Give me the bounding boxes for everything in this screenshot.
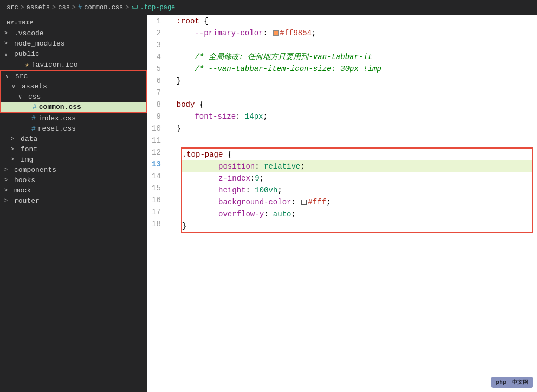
php-label: php <box>496 379 507 385</box>
code-line <box>177 39 537 51</box>
arrow-icon <box>11 146 18 152</box>
breadcrumb-assets[interactable]: assets <box>27 4 50 11</box>
code-line <box>177 87 537 99</box>
code-line: background-color: #fff; <box>182 196 532 208</box>
code-line: } <box>182 220 532 232</box>
sidebar-item-mock[interactable]: mock <box>0 185 147 196</box>
arrow-icon <box>11 157 18 163</box>
sidebar-item-font[interactable]: font <box>0 144 147 155</box>
code-line: overflow-y: auto; <box>182 208 532 220</box>
arrow-icon <box>4 198 12 204</box>
editor-area: 1 2 3 4 5 6 7 8 9 10 11 12 13 14 15 16 1… <box>147 15 537 392</box>
arrow-icon <box>4 188 12 194</box>
arrow-icon <box>4 167 12 173</box>
sidebar-item-vscode[interactable]: .vscode <box>0 28 147 38</box>
sidebar-item-src[interactable]: src <box>1 71 146 81</box>
sidebar-item-common-css[interactable]: # common.css <box>1 102 146 112</box>
arrow-icon <box>4 30 12 36</box>
sidebar-item-data[interactable]: data <box>0 134 147 144</box>
code-line: --primary-color: #ff9854; <box>177 27 537 39</box>
php-badge: php 中文网 <box>491 377 533 388</box>
arrow-icon <box>12 83 20 90</box>
code-line: font-size: 14px; <box>177 111 537 123</box>
code-line: z-index:9; <box>182 172 532 184</box>
code-line: body { <box>177 99 537 111</box>
arrow-icon <box>18 94 26 100</box>
sidebar-item-assets[interactable]: assets <box>1 81 146 92</box>
arrow-icon <box>5 73 13 80</box>
breadcrumb-hash-icon: # <box>78 4 82 11</box>
sidebar-item-favicon[interactable]: ★ favicon.ico <box>0 59 147 70</box>
breadcrumb-common-css[interactable]: common.css <box>84 4 123 11</box>
sidebar-item-public[interactable]: public <box>0 49 147 59</box>
code-line: /* --van-tabbar-item-icon-size: 30px !im… <box>177 63 537 75</box>
code-line-highlight: position: relative; <box>182 160 532 172</box>
code-line: } <box>177 75 537 87</box>
code-line: } <box>177 123 537 134</box>
arrow-icon <box>4 51 12 57</box>
code-block-highlight: .top-page { position: relative; z-index:… <box>181 147 533 233</box>
sidebar: HY-TRIP .vscode node_modules public ★ fa… <box>0 15 147 392</box>
sidebar-title: HY-TRIP <box>0 15 147 28</box>
hash-icon: # <box>31 125 36 133</box>
code-container: 1 2 3 4 5 6 7 8 9 10 11 12 13 14 15 16 1… <box>147 15 537 392</box>
sidebar-item-node-modules[interactable]: node_modules <box>0 38 147 49</box>
code-line: :root { <box>177 15 537 27</box>
breadcrumb-src[interactable]: src <box>7 4 18 11</box>
arrow-icon <box>4 41 12 47</box>
arrow-icon <box>4 177 12 183</box>
sidebar-item-components[interactable]: components <box>0 165 147 175</box>
code-line <box>177 134 537 146</box>
sidebar-item-index-css[interactable]: # index.css <box>0 113 147 124</box>
php-sublabel: 中文网 <box>512 380 528 385</box>
breadcrumb-top-page[interactable]: .top-page <box>140 4 175 11</box>
sidebar-item-reset-css[interactable]: # reset.css <box>0 124 147 134</box>
breadcrumb-css[interactable]: css <box>58 4 70 11</box>
sidebar-item-router[interactable]: router <box>0 196 147 206</box>
code-lines[interactable]: :root { --primary-color: #ff9854; /* 全局修… <box>170 15 537 392</box>
star-icon: ★ <box>25 60 29 69</box>
tree-highlight-src: src assets css # common.css <box>0 70 147 113</box>
sidebar-item-img[interactable]: img <box>0 155 147 165</box>
arrow-icon <box>11 136 18 142</box>
hash-icon: # <box>33 103 37 111</box>
code-line: /* 全局修改: 任何地方只要用到-van-tabbar-it <box>177 51 537 63</box>
breadcrumb-bar: src > assets > css > # common.css > 🏷 .t… <box>0 0 537 15</box>
sidebar-item-css[interactable]: css <box>1 92 146 102</box>
line-numbers: 1 2 3 4 5 6 7 8 9 10 11 12 13 14 15 16 1… <box>147 15 170 392</box>
hash-icon: # <box>31 114 36 123</box>
code-line: height: 100vh; <box>182 184 532 196</box>
breadcrumb-class-icon: 🏷 <box>131 3 138 11</box>
code-line: .top-page { <box>182 149 532 160</box>
sidebar-item-hooks[interactable]: hooks <box>0 175 147 185</box>
